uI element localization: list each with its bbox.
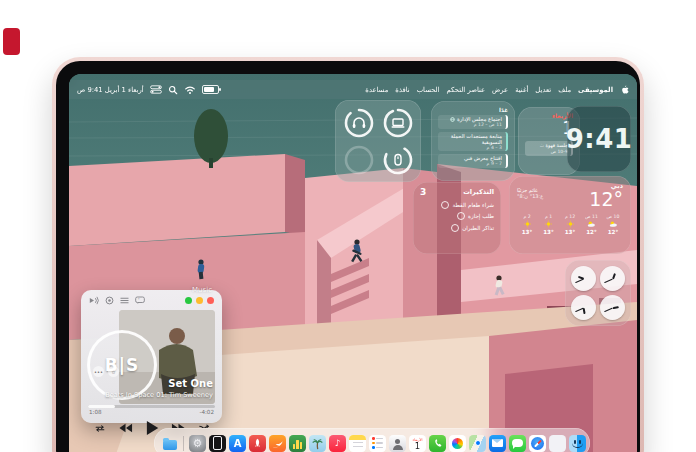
dock-app-files[interactable] [161,435,178,452]
globe-icon [450,117,455,122]
elapsed-time: 1:08 [89,409,102,415]
reminder-item[interactable]: تذاكر الطيران [420,224,494,232]
weather-high-low: ع:13° ن:8° [517,193,543,199]
control-center-icon[interactable] [150,85,162,94]
weather-hourly-row: 10 ص12° 11 ص12° 12 م13° 1 م13° 2 م13° [517,214,623,235]
swift-bird-icon [271,437,284,450]
lyrics-icon[interactable]: “ [135,296,145,305]
minimize-button[interactable] [196,297,203,304]
apple-logo-icon[interactable] [620,84,629,95]
dock-app-finder[interactable] [569,435,586,452]
checkbox-circle-icon[interactable] [451,224,459,232]
menu-item-edit[interactable]: تعديل [535,86,551,94]
checkbox-circle-icon[interactable] [457,212,465,220]
chat-bubble-icon [512,439,523,447]
progress-bar[interactable] [88,405,215,408]
phone-outline-icon [213,436,222,450]
partly-cloudy-icon [609,220,618,228]
laptop-icon [391,119,404,128]
map-pin-icon [475,440,481,446]
close-button[interactable] [207,297,214,304]
sun-icon [566,220,575,228]
notes-band-icon [349,435,366,440]
dock-app-settings[interactable]: ⚙ [189,435,206,452]
queue-icon[interactable] [120,296,129,305]
search-icon[interactable] [168,85,178,95]
zoom-button[interactable] [185,297,192,304]
widget-batteries[interactable] [335,100,421,182]
dock-app-calculator[interactable] [549,435,566,452]
mouse-icon [395,154,401,165]
repeat-icon[interactable] [94,423,106,434]
reminders-title: التذكيرات [463,188,494,196]
menu-item-file[interactable]: ملف [558,86,571,94]
sun-icon [544,220,553,228]
more-button[interactable]: ••• [93,366,104,377]
dock: ⚙ A ♪ الأربعاء1 [154,428,590,452]
dock-app-maps[interactable] [469,435,486,452]
analog-clock [600,295,625,320]
reminders-count: 3 [420,187,426,197]
previous-button[interactable] [118,422,133,434]
dock-app-swift-playgrounds[interactable] [269,435,286,452]
menu-item-view[interactable]: عرض [492,86,508,94]
analog-clock [571,295,596,320]
dock-app-music[interactable]: ♪ [329,435,346,452]
battery-ring-laptop [381,106,415,140]
dock-app-charts[interactable] [289,435,306,452]
folder-icon [163,440,177,450]
event-row[interactable]: اجتماع مجلس الإدارة 11 ص – 12 م [438,115,508,129]
widget-world-clock[interactable] [565,260,631,326]
airplay-icon[interactable] [105,296,114,305]
widget-weather[interactable]: دبي 12° غائم جزئيًا ع:13° ن:8° 10 ص12° 1… [509,176,631,254]
rocket-icon [251,437,264,450]
device-bezel: الموسيقى ملف تعديل أغنية عرض عناصر التحك… [56,61,640,452]
svg-text:“: “ [138,298,140,302]
events-title: غدًا [438,107,508,113]
reminder-item[interactable]: طلب إجازة [420,212,494,220]
dock-app-rocket[interactable] [249,435,266,452]
traffic-lights [185,297,214,304]
dock-app-safari[interactable] [529,435,546,452]
menu-item-song[interactable]: أغنية [515,86,528,94]
clock-time: 9:41 [566,124,633,154]
dock-app-calendar[interactable]: الأربعاء1 [409,435,426,452]
now-playing-icon[interactable] [89,296,99,305]
dock-app-reminders[interactable] [369,435,386,452]
flower-icon [452,438,463,449]
dock-app-contacts[interactable] [389,435,406,452]
analog-clock [600,266,625,291]
analog-clock [571,266,596,291]
dock-app-phone[interactable] [429,435,446,452]
checkbox-circle-icon[interactable] [441,201,449,209]
weather-temp: 12° [589,190,623,209]
widget-clock[interactable]: 9:41 [567,106,631,172]
dock-app-mail[interactable] [489,435,506,452]
dock-app-photos[interactable] [449,435,466,452]
menu-item-account[interactable]: الحساب [417,86,440,94]
menubar-datetime[interactable]: أربعاء 1 أبريل 9:41 ص [77,86,144,94]
star-button[interactable]: ☆ [108,366,119,377]
event-row[interactable]: متابعة مستجدات الحملة التسويقية 3 – 4 م [438,132,508,152]
reminder-item[interactable]: شراء طعام القطة [420,201,494,209]
track-title: Set One [168,378,213,389]
wifi-icon[interactable] [184,85,196,95]
dock-app-app-store[interactable]: A [229,435,246,452]
partly-cloudy-icon [587,220,596,228]
menu-app-name[interactable]: الموسيقى [578,86,613,94]
menu-item-controls[interactable]: عناصر التحكم [447,86,486,94]
menu-item-window[interactable]: نافذة [395,86,409,94]
event-row[interactable]: افتتاح معرض فني 7 – 9 م [438,154,508,168]
widget-calendar-list[interactable]: غدًا اجتماع مجلس الإدارة 11 ص – 12 م متا… [431,101,515,181]
dock-app-palm-tree[interactable] [309,435,326,452]
dock-divider [183,436,184,451]
bar-icon [293,444,296,449]
dock-app-iphone-mirroring[interactable] [209,435,226,452]
menu-item-help[interactable]: مساعدة [365,86,388,94]
battery-icon[interactable] [202,85,219,94]
dock-app-messages[interactable] [509,435,526,452]
widget-reminders[interactable]: التذكيرات 3 شراء طعام القطة طلب إجازة تذ… [413,182,501,254]
person-icon [395,439,400,444]
red-cropped-object [3,28,20,55]
dock-app-notes[interactable] [349,435,366,452]
